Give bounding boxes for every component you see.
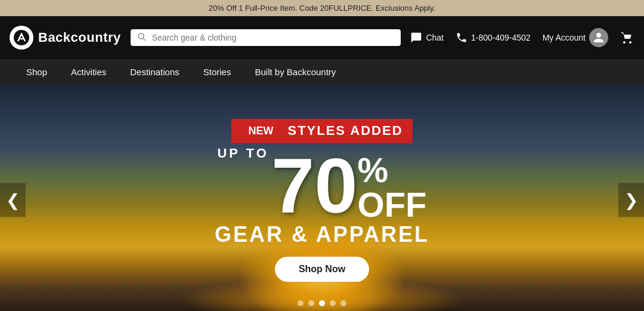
carousel-prev-button[interactable]: ❮ xyxy=(0,183,26,217)
hero-up-to: UP TO xyxy=(217,147,268,166)
cart-icon xyxy=(620,30,634,45)
nav-item-shop[interactable]: Shop xyxy=(14,59,59,84)
nav-item-built-by[interactable]: Built by Backcountry xyxy=(243,59,348,84)
hero-badge-line: NEW STYLES ADDED xyxy=(215,119,429,144)
phone-label: 1-800-409-4502 xyxy=(471,33,531,42)
hero-gear-apparel: GEAR & APPAREL xyxy=(215,222,429,247)
logo-icon xyxy=(10,26,33,50)
hero-off: OFF xyxy=(358,187,427,222)
hero-discount-line: UP TO 70 % OFF xyxy=(215,147,429,224)
chevron-right-icon: ❯ xyxy=(624,190,638,210)
search-icon xyxy=(138,33,147,42)
carousel-dot-1[interactable] xyxy=(298,300,304,306)
account-link[interactable]: My Account xyxy=(543,28,608,47)
svg-point-0 xyxy=(14,30,29,45)
chat-label: Chat xyxy=(426,33,444,42)
avatar xyxy=(589,28,608,47)
phone-icon xyxy=(456,32,467,44)
header: Backcountry Chat 1-800-409-4502 My Accou… xyxy=(0,16,644,59)
promo-bar: 20% Off 1 Full-Price Item. Code 20FULLPR… xyxy=(0,0,644,16)
nav-item-activities[interactable]: Activities xyxy=(59,59,118,84)
shop-now-button[interactable]: Shop Now xyxy=(275,257,369,282)
promo-text: 20% Off 1 Full-Price Item. Code 20FULLPR… xyxy=(209,4,435,13)
hero-badge: NEW STYLES ADDED xyxy=(231,119,412,143)
hero-percent-off: % OFF xyxy=(358,147,427,222)
carousel-dot-2[interactable] xyxy=(308,300,314,306)
hero-percent: % xyxy=(358,153,389,187)
hero-discount-number: 70 xyxy=(271,147,358,224)
account-label: My Account xyxy=(543,33,586,42)
hero-new-badge: NEW xyxy=(241,122,280,140)
header-actions: Chat 1-800-409-4502 My Account xyxy=(410,28,634,47)
hero-section: NEW STYLES ADDED UP TO 70 % OFF GEAR & A… xyxy=(0,84,644,311)
chevron-left-icon: ❮ xyxy=(6,190,20,210)
carousel-dots xyxy=(298,300,346,306)
hero-content: NEW STYLES ADDED UP TO 70 % OFF GEAR & A… xyxy=(215,119,429,282)
hero-up-to-text: UP TO xyxy=(217,147,268,160)
carousel-dot-3[interactable] xyxy=(319,300,325,306)
phone-link[interactable]: 1-800-409-4502 xyxy=(456,32,531,44)
logo-link[interactable]: Backcountry xyxy=(10,26,121,50)
nav-bar: Shop Activities Destinations Stories Bui… xyxy=(0,59,644,84)
carousel-next-button[interactable]: ❯ xyxy=(618,183,644,217)
nav-item-stories[interactable]: Stories xyxy=(191,59,243,84)
chat-link[interactable]: Chat xyxy=(410,32,444,44)
logo-text: Backcountry xyxy=(38,30,121,45)
carousel-dot-5[interactable] xyxy=(340,300,346,306)
hero-styles-added: STYLES ADDED xyxy=(287,123,402,138)
cart-link[interactable] xyxy=(620,30,634,45)
carousel-dot-4[interactable] xyxy=(330,300,336,306)
chat-icon xyxy=(410,32,422,44)
search-bar xyxy=(131,29,401,46)
search-input[interactable] xyxy=(152,33,394,42)
nav-item-destinations[interactable]: Destinations xyxy=(118,59,191,84)
